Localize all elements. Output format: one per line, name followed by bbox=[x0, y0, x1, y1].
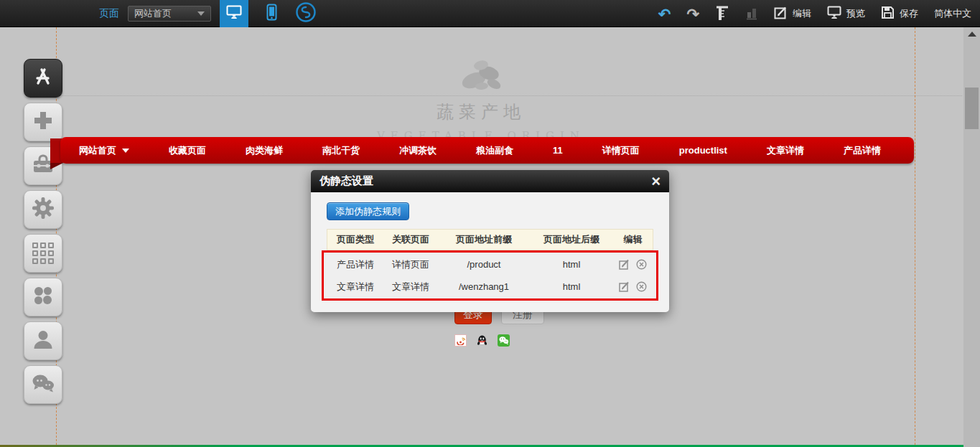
vertical-scrollbar[interactable] bbox=[963, 27, 980, 447]
delete-rule-icon[interactable] bbox=[636, 281, 647, 292]
chat-bubbles-icon bbox=[31, 373, 55, 396]
nav-item-favorites[interactable]: 收藏页面 bbox=[169, 144, 206, 157]
table-row: 文章详情 文章详情 /wenzhang1 html bbox=[327, 276, 653, 298]
sidebar-item-add-module[interactable] bbox=[24, 103, 62, 141]
preview-monitor-icon bbox=[827, 6, 841, 22]
columns-button[interactable] bbox=[745, 6, 758, 22]
sidebar-item-components[interactable] bbox=[24, 278, 62, 316]
plus-icon bbox=[32, 110, 54, 134]
components-clover-icon bbox=[32, 285, 54, 309]
page-selector[interactable]: 网站首页 bbox=[128, 6, 211, 22]
add-rule-button[interactable]: 添加伪静态规则 bbox=[327, 202, 409, 220]
nav-item-product-detail[interactable]: 产品详情 bbox=[844, 144, 881, 157]
nav-item-tea-drinks[interactable]: 冲调茶饮 bbox=[399, 144, 437, 157]
cell-url-suffix: html bbox=[530, 281, 613, 292]
col-header-edit: 编辑 bbox=[613, 233, 653, 246]
chevron-down-icon bbox=[122, 149, 129, 153]
nav-item-home[interactable]: 网站首页 bbox=[79, 144, 129, 157]
table-row: 产品详情 详情页面 /product html bbox=[327, 253, 653, 276]
wechat-icon[interactable] bbox=[498, 334, 510, 347]
mobile-phone-icon bbox=[266, 4, 277, 24]
edit-button-label: 编辑 bbox=[793, 7, 811, 20]
site-title: 蔬菜产地 bbox=[0, 100, 962, 123]
scrollbar-thumb[interactable] bbox=[965, 88, 979, 129]
nav-item-productlist[interactable]: productlist bbox=[679, 145, 727, 156]
toolbar-right-group: ↶ ↷ 编辑 预览 bbox=[658, 0, 971, 27]
editor-stage: 页面 网站首页 ↶ ↷ bbox=[0, 0, 980, 447]
chevron-down-icon bbox=[197, 11, 205, 16]
editor-sidebar bbox=[24, 59, 62, 404]
nav-left-fold bbox=[50, 163, 63, 169]
sidebar-item-modules[interactable] bbox=[24, 234, 62, 273]
undo-button[interactable]: ↶ bbox=[658, 6, 671, 22]
dialog-header[interactable]: 伪静态设置 × bbox=[311, 170, 669, 192]
nav-item-label: 冲调茶饮 bbox=[399, 144, 437, 157]
nav-item-label: 文章详情 bbox=[767, 144, 804, 157]
col-header-url-suffix: 页面地址后缀 bbox=[530, 233, 613, 246]
col-header-page-type: 页面类型 bbox=[327, 233, 383, 246]
ruler-icon bbox=[715, 5, 729, 23]
sidebar-item-design-tools[interactable] bbox=[24, 59, 62, 98]
edit-rule-icon[interactable] bbox=[619, 259, 630, 270]
rules-highlight-box: 产品详情 详情页面 /product html bbox=[322, 250, 658, 301]
nav-item-article-detail[interactable]: 文章详情 bbox=[767, 144, 804, 157]
save-button[interactable]: 保存 bbox=[881, 6, 918, 22]
col-header-linked-page: 关联页面 bbox=[383, 233, 438, 246]
social-login-row bbox=[454, 334, 510, 347]
nav-item-detail-page[interactable]: 详情页面 bbox=[602, 144, 640, 157]
ruler-button[interactable] bbox=[715, 5, 729, 23]
nav-item-11[interactable]: 11 bbox=[553, 145, 563, 156]
page-label: 页面 bbox=[99, 7, 119, 20]
redo-button[interactable]: ↷ bbox=[686, 6, 699, 22]
preview-button[interactable]: 预览 bbox=[827, 6, 865, 22]
save-floppy-icon bbox=[881, 6, 895, 22]
nav-item-label: 11 bbox=[553, 145, 563, 156]
mobile-view-button[interactable] bbox=[257, 0, 286, 27]
save-button-label: 保存 bbox=[900, 7, 918, 20]
nav-item-meat-seafood[interactable]: 肉类海鲜 bbox=[246, 144, 283, 157]
pseudo-static-dialog: 伪静态设置 × 添加伪静态规则 页面类型 关联页面 页面地址前缀 页面地址后缀 … bbox=[311, 170, 669, 312]
cell-linked-page: 详情页面 bbox=[383, 258, 438, 271]
close-icon[interactable]: × bbox=[651, 174, 661, 189]
gear-icon bbox=[32, 197, 55, 222]
nav-item-label: 详情页面 bbox=[602, 144, 640, 157]
edit-rule-icon[interactable] bbox=[619, 281, 630, 292]
language-label: 简体中文 bbox=[934, 7, 971, 20]
weibo-icon[interactable] bbox=[454, 334, 467, 347]
modules-grid-icon bbox=[32, 243, 54, 264]
desktop-monitor-icon bbox=[226, 5, 242, 22]
nav-item-grain-oil[interactable]: 粮油副食 bbox=[476, 144, 513, 157]
scrollbar-up-arrow[interactable] bbox=[968, 32, 976, 37]
site-nav-bar: 网站首页 收藏页面 肉类海鲜 南北干货 冲调茶饮 粮油副食 11 详情页面 pr… bbox=[60, 137, 914, 164]
nav-item-label: 粮油副食 bbox=[476, 144, 513, 157]
toolbar-left-group: 页面 网站首页 bbox=[99, 0, 317, 27]
edit-button[interactable]: 编辑 bbox=[774, 6, 811, 22]
site-logo-block: 蔬菜产地 VEGETABLE ORIGIN bbox=[0, 57, 962, 142]
sidebar-item-member[interactable] bbox=[24, 321, 62, 360]
right-guide-line bbox=[915, 27, 915, 445]
cell-url-prefix: /wenzhang1 bbox=[438, 281, 530, 292]
col-header-url-prefix: 页面地址前缀 bbox=[438, 233, 530, 246]
sync-circle-icon bbox=[295, 1, 317, 26]
desktop-view-button[interactable] bbox=[220, 0, 248, 27]
nav-item-label: productlist bbox=[679, 145, 727, 156]
nav-item-label: 网站首页 bbox=[79, 144, 116, 157]
qq-icon[interactable] bbox=[476, 334, 488, 347]
app-design-icon bbox=[32, 66, 54, 90]
cell-page-type: 产品详情 bbox=[327, 258, 383, 271]
edit-pencil-icon bbox=[774, 6, 788, 22]
logo-vegetables-icon bbox=[0, 57, 962, 98]
interaction-mode-button[interactable] bbox=[294, 2, 317, 25]
page-selector-value: 网站首页 bbox=[134, 7, 197, 20]
nav-item-dry-goods[interactable]: 南北干货 bbox=[322, 144, 360, 157]
cell-page-type: 文章详情 bbox=[327, 281, 383, 293]
sidebar-item-chat[interactable] bbox=[24, 365, 62, 404]
nav-item-label: 肉类海鲜 bbox=[246, 144, 283, 157]
sidebar-item-settings[interactable] bbox=[24, 190, 62, 229]
delete-rule-icon[interactable] bbox=[636, 259, 647, 270]
person-icon bbox=[32, 329, 54, 353]
language-switch[interactable]: 简体中文 bbox=[934, 7, 971, 20]
dialog-body: 添加伪静态规则 页面类型 关联页面 页面地址前缀 页面地址后缀 编辑 产品详情 … bbox=[311, 192, 669, 312]
cell-linked-page: 文章详情 bbox=[383, 281, 438, 293]
nav-item-label: 南北干货 bbox=[322, 144, 360, 157]
